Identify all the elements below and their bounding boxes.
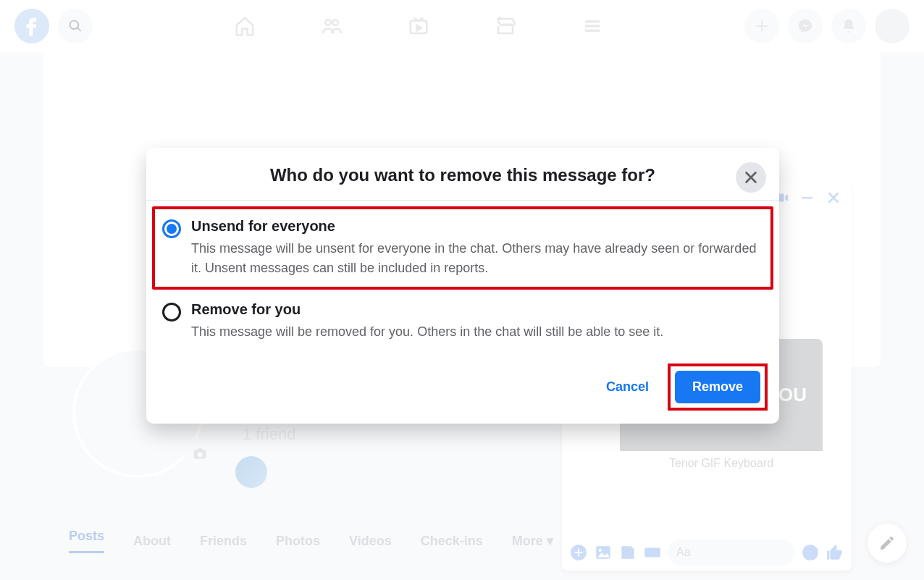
cancel-button[interactable]: Cancel xyxy=(593,372,662,402)
option-unsend-everyone[interactable]: Unsend for everyone This message will be… xyxy=(152,206,773,290)
close-button[interactable] xyxy=(736,162,766,193)
radio-selected[interactable] xyxy=(162,219,181,238)
option2-title: Remove for you xyxy=(191,301,763,318)
option-remove-for-you[interactable]: Remove for you This message will be remo… xyxy=(152,290,773,353)
remove-button-highlight: Remove xyxy=(668,363,768,411)
modal-footer: Cancel Remove xyxy=(146,356,779,424)
close-icon xyxy=(743,169,759,185)
remove-button[interactable]: Remove xyxy=(675,371,760,403)
option2-desc: This message will be removed for you. Ot… xyxy=(191,322,763,342)
option1-desc: This message will be unsent for everyone… xyxy=(191,239,763,278)
option1-title: Unsend for everyone xyxy=(191,218,763,235)
remove-message-modal: Who do you want to remove this message f… xyxy=(146,148,779,424)
radio-unselected[interactable] xyxy=(162,303,181,321)
modal-header: Who do you want to remove this message f… xyxy=(146,148,779,201)
modal-title: Who do you want to remove this message f… xyxy=(167,165,759,185)
modal-options: Unsend for everyone This message will be… xyxy=(146,201,779,356)
